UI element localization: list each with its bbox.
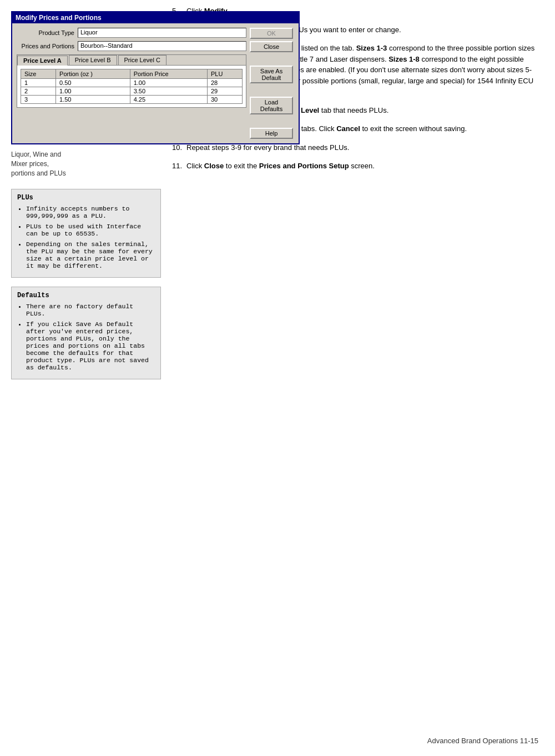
defaults-note-box: Defaults There are no factory default PL… (11, 287, 161, 379)
col-header-plu: PLU (207, 69, 242, 79)
dialog-box: Modify Prices and Portions Product Type … (11, 11, 300, 144)
cell-r2-c2: 4.25 (130, 96, 207, 104)
step-11: 11.Click Close to exit the Prices and Po… (172, 161, 538, 172)
cell-r1-c1: 1.00 (56, 87, 130, 96)
plu-box-list: Infinity accepts numbers to 999,999,999 … (17, 205, 155, 269)
plu-item-3: Depending on the sales terminal, the PLU… (26, 241, 155, 269)
load-defaults-button[interactable]: Load Defaults (250, 97, 293, 114)
col-header-size: Size (21, 69, 56, 79)
tab-price-level-b[interactable]: Price Level B (69, 55, 117, 65)
tabs-container: Price Level A Price Level B Price Level … (17, 54, 246, 108)
cell-r1-c2: 3.50 (130, 87, 207, 96)
page-footer: Advanced Brand Operations 11-15 (427, 737, 538, 745)
tab-bar: Price Level A Price Level B Price Level … (17, 55, 246, 65)
cell-r0-c0: 1 (21, 79, 56, 87)
defaults-box-list: There are no factory default PLUs. If yo… (17, 303, 155, 371)
dialog-title-bar: Modify Prices and Portions (12, 12, 299, 23)
prices-portions-label: Prices and Portions (17, 43, 78, 49)
cell-r1-c0: 2 (21, 87, 56, 96)
product-type-label: Product Type (17, 29, 78, 36)
dialog-caption: Liquor, Wine andMixer prices,portions an… (11, 150, 161, 178)
cell-r2-c3: 30 (207, 96, 242, 104)
save-as-default-button[interactable]: Save As Default (250, 66, 293, 83)
step-text-11: Click Close to exit the Prices and Porti… (186, 161, 375, 172)
cell-r1-c3: 29 (207, 87, 242, 96)
plu-item-1: Infinity accepts numbers to 999,999,999 … (26, 205, 155, 219)
cell-r0-c1: 0.50 (56, 79, 130, 87)
plu-note-box: PLUs Infinity accepts numbers to 999,999… (11, 189, 161, 278)
product-type-value: Liquor (78, 28, 246, 38)
defaults-box-title: Defaults (17, 292, 155, 299)
tab-content: Size Portion (oz ) Portion Price PLU 10.… (17, 65, 246, 107)
close-button[interactable]: Close (250, 41, 293, 52)
cell-r0-c2: 1.00 (130, 79, 207, 87)
portions-table: Size Portion (oz ) Portion Price PLU 10.… (21, 69, 243, 104)
defaults-item-1: There are no factory default PLUs. (26, 303, 155, 317)
tab-price-level-c[interactable]: Price Level C (118, 55, 167, 65)
table-row: 21.003.5029 (21, 87, 243, 96)
plu-box-title: PLUs (17, 194, 155, 202)
defaults-item-2: If you click Save As Default after you'v… (26, 321, 155, 371)
table-row: 31.504.2530 (21, 96, 243, 104)
step-number-11: 11. (172, 161, 186, 172)
dialog-buttons: OK Close Save As Default Load Defaults H… (250, 28, 294, 139)
help-button[interactable]: Help (250, 128, 293, 139)
table-row: 10.501.0028 (21, 79, 243, 87)
cell-r2-c0: 3 (21, 96, 56, 104)
col-header-portion: Portion (oz ) (56, 69, 130, 79)
col-header-price: Portion Price (130, 69, 207, 79)
tab-price-level-a[interactable]: Price Level A (17, 56, 68, 66)
cell-r0-c3: 28 (207, 79, 242, 87)
prices-portions-value: Bourbon--Standard (78, 41, 246, 51)
ok-button[interactable]: OK (250, 28, 293, 39)
plu-item-2: PLUs to be used with Interface can be up… (26, 223, 155, 237)
cell-r2-c1: 1.50 (56, 96, 130, 104)
